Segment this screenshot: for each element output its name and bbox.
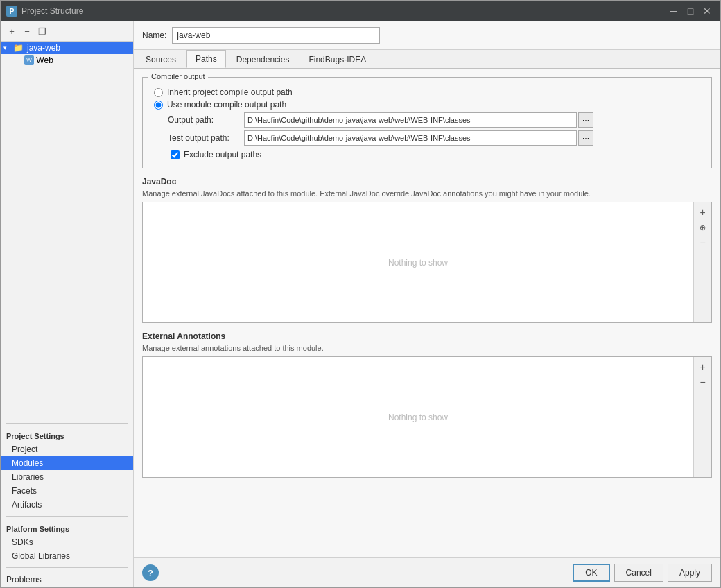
sidebar-item-global-libraries[interactable]: Global Libraries — [1, 549, 133, 563]
module-tree: ▾ 📁 java-web W Web — [1, 42, 133, 419]
test-output-path-row: Test output path: ⋯ — [168, 130, 703, 146]
sidebar-item-label: Artifacts — [12, 500, 42, 510]
apply-button[interactable]: Apply — [668, 564, 712, 582]
javadoc-list-area: Nothing to show + ⊕ − — [142, 202, 712, 323]
title-bar-controls: ─ □ ✕ — [666, 3, 715, 19]
sidebar-item-facets[interactable]: Facets — [1, 484, 133, 498]
annotations-list-area: Nothing to show + − — [142, 356, 712, 478]
help-button[interactable]: ? — [142, 564, 159, 581]
web-icon: W — [24, 55, 34, 65]
exclude-checkbox-label[interactable]: Exclude output paths — [184, 150, 261, 159]
sidebar: + − ❐ ▾ 📁 java-web W Web Project — [1, 21, 134, 587]
add-module-button[interactable]: + — [5, 24, 19, 38]
exclude-checkbox[interactable] — [171, 150, 180, 159]
radio-inherit-label[interactable]: Inherit project compile output path — [167, 87, 293, 97]
radio-use-module-row: Use module compile output path — [151, 100, 703, 110]
name-input[interactable] — [172, 27, 380, 44]
external-annotations-label: External Annotations — [142, 331, 712, 341]
javadoc-section: JavaDoc Manage external JavaDocs attache… — [142, 177, 712, 323]
output-path-label: Output path: — [168, 115, 244, 125]
project-structure-dialog: P Project Structure ─ □ ✕ + − ❐ ▾ 📁 java… — [0, 0, 721, 588]
tabs-bar: Sources Paths Dependencies FindBugs-IDEA — [134, 50, 720, 69]
sidebar-item-label: Modules — [12, 458, 43, 468]
project-settings-header: Project Settings — [1, 428, 133, 442]
copy-module-button[interactable]: ❐ — [35, 24, 49, 38]
tab-paths[interactable]: Paths — [186, 50, 226, 68]
annotations-empty-label: Nothing to show — [143, 357, 693, 477]
panel-content: Compiler output Inherit project compile … — [134, 69, 720, 557]
sidebar-toolbar: + − ❐ — [1, 21, 133, 42]
tab-findbugs[interactable]: FindBugs-IDEA — [299, 51, 375, 68]
sidebar-divider — [6, 423, 128, 424]
output-path-row: Output path: ⋯ — [168, 112, 703, 128]
test-output-path-browse-button[interactable]: ⋯ — [578, 130, 593, 146]
sidebar-item-label: SDKs — [12, 537, 33, 547]
tab-dependencies[interactable]: Dependencies — [227, 51, 299, 68]
minimize-button[interactable]: ─ — [666, 3, 681, 19]
main-panel: Name: Sources Paths Dependencies FindBug… — [134, 21, 720, 587]
javadoc-add-alt-button[interactable]: ⊕ — [696, 220, 710, 234]
sidebar-item-problems[interactable]: Problems — [1, 572, 133, 587]
maximize-button[interactable]: □ — [683, 3, 698, 19]
javadoc-description: Manage external JavaDocs attached to thi… — [142, 189, 712, 198]
test-output-path-input[interactable] — [244, 130, 577, 146]
radio-use-module-label[interactable]: Use module compile output path — [167, 100, 286, 110]
tree-child-label: Web — [36, 55, 53, 65]
javadoc-empty-label: Nothing to show — [143, 202, 693, 322]
tree-node-label: java-web — [27, 43, 60, 53]
annotations-toolbar: + − — [693, 357, 711, 477]
radio-inherit[interactable] — [154, 88, 163, 97]
sidebar-item-label: Libraries — [12, 472, 44, 482]
sidebar-item-libraries[interactable]: Libraries — [1, 470, 133, 484]
sidebar-item-label: Project — [12, 444, 37, 454]
javadoc-add-button[interactable]: + — [696, 205, 710, 219]
external-annotations-section: External Annotations Manage external ann… — [142, 331, 712, 478]
dialog-title: Project Structure — [21, 6, 666, 16]
sidebar-item-sdks[interactable]: SDKs — [1, 535, 133, 549]
tab-sources[interactable]: Sources — [137, 51, 185, 68]
radio-inherit-row: Inherit project compile output path — [151, 87, 703, 97]
annotations-add-button[interactable]: + — [696, 360, 710, 374]
content-area: + − ❐ ▾ 📁 java-web W Web Project — [1, 21, 720, 587]
sidebar-divider-3 — [6, 567, 128, 568]
javadoc-toolbar: + ⊕ − — [693, 202, 711, 322]
sidebar-item-modules[interactable]: Modules — [1, 456, 133, 470]
compiler-output-section: Compiler output Inherit project compile … — [142, 77, 712, 168]
remove-module-button[interactable]: − — [20, 24, 34, 38]
compiler-output-legend: Compiler output — [148, 72, 208, 80]
sidebar-item-label: Facets — [12, 486, 37, 496]
javadoc-remove-button[interactable]: − — [696, 236, 710, 250]
tree-node-web[interactable]: W Web — [1, 54, 133, 67]
folder-icon: 📁 — [13, 43, 24, 53]
radio-use-module[interactable] — [154, 101, 163, 110]
sidebar-divider-2 — [6, 516, 128, 517]
sidebar-item-label: Problems — [6, 575, 42, 585]
name-bar: Name: — [134, 21, 720, 50]
sidebar-item-label: Global Libraries — [12, 551, 70, 561]
ok-button[interactable]: OK — [573, 564, 609, 582]
title-bar: P Project Structure ─ □ ✕ — [1, 1, 720, 21]
external-annotations-description: Manage external annotations attached to … — [142, 344, 712, 352]
test-output-path-label: Test output path: — [168, 133, 244, 143]
javadoc-label: JavaDoc — [142, 177, 712, 187]
sidebar-item-project[interactable]: Project — [1, 442, 133, 456]
bottom-bar: ? OK Cancel Apply — [134, 557, 720, 587]
close-button[interactable]: ✕ — [700, 3, 715, 19]
name-label: Name: — [142, 31, 166, 40]
tree-node-java-web[interactable]: ▾ 📁 java-web — [1, 42, 133, 54]
sidebar-item-artifacts[interactable]: Artifacts — [1, 498, 133, 512]
tree-arrow-icon: ▾ — [3, 44, 13, 51]
annotations-remove-button[interactable]: − — [696, 375, 710, 389]
app-icon: P — [6, 6, 17, 17]
exclude-checkbox-row: Exclude output paths — [168, 150, 703, 159]
platform-settings-header: Platform Settings — [1, 521, 133, 535]
output-path-input[interactable] — [244, 112, 577, 128]
cancel-button[interactable]: Cancel — [614, 564, 663, 582]
output-path-browse-button[interactable]: ⋯ — [578, 112, 593, 128]
